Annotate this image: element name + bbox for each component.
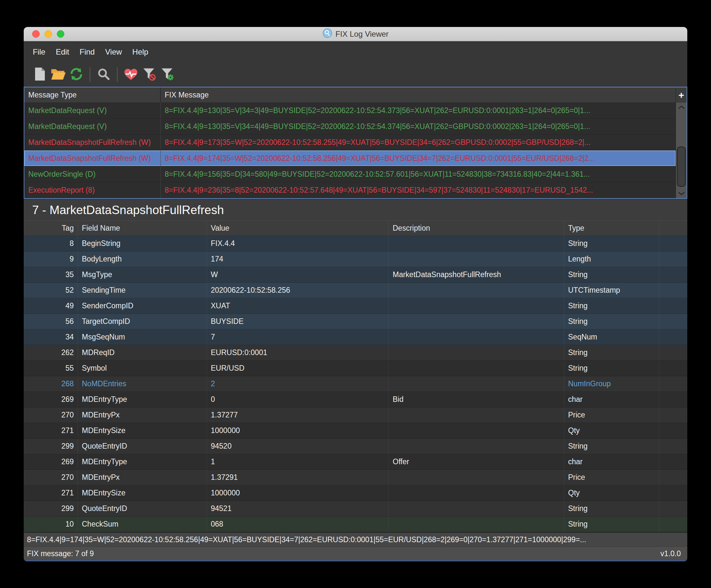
- add-column-button[interactable]: +: [676, 87, 687, 103]
- menu-file[interactable]: File: [28, 47, 51, 57]
- field-row-checksum[interactable]: 10CheckSum068String: [24, 517, 687, 532]
- message-type-cell[interactable]: MarketDataRequest (V): [24, 103, 161, 118]
- type-cell: NumInGroup: [564, 376, 659, 392]
- fix-message-cell[interactable]: 8=FIX.4.4|9=174|35=W|52=20200622-10:52:5…: [161, 150, 675, 166]
- message-table-header: Message Type FIX Message: [24, 87, 675, 103]
- fix-message-cell[interactable]: 8=FIX.4.4|9=130|35=V|34=3|49=BUYSIDE|52=…: [161, 103, 675, 118]
- description-cell: [389, 330, 564, 345]
- field-row-nomdentries[interactable]: 268NoMDEntries2NumInGroup: [24, 376, 687, 392]
- value-cell: FIX.4.4: [207, 236, 389, 251]
- field-row-symbol[interactable]: 55SymbolEUR/USDString: [24, 361, 687, 376]
- column-header-tag[interactable]: Tag: [24, 220, 78, 236]
- heartbeat-icon: [124, 67, 138, 82]
- menu-view[interactable]: View: [100, 47, 127, 57]
- new-file-button[interactable]: [31, 65, 49, 84]
- message-type-cell[interactable]: MarketDataRequest (V): [24, 119, 161, 134]
- scrollbar-thumb[interactable]: [677, 147, 686, 187]
- field-row-mdentrysize[interactable]: 271MDEntrySize1000000Qty: [24, 485, 687, 501]
- value-cell: 1.37291: [207, 470, 389, 485]
- fix-message-cell[interactable]: 8=FIX.4.4|9=130|35=V|34=4|49=BUYSIDE|52=…: [161, 119, 675, 134]
- fix-message-cell[interactable]: 8=FIX.4.4|9=156|35=D|34=580|49=BUYSIDE|5…: [161, 166, 675, 182]
- message-type-cell[interactable]: ExecutionReport (8): [24, 182, 161, 198]
- field-row-msgtype[interactable]: 35MsgTypeWMarketDataSnapshotFullRefreshS…: [24, 267, 687, 282]
- type-cell: String: [564, 361, 659, 376]
- type-cell: SeqNum: [564, 330, 659, 345]
- close-window-button[interactable]: [32, 30, 40, 38]
- search-icon: [97, 67, 110, 82]
- message-row[interactable]: MarketDataRequest (V)8=FIX.4.4|9=130|35=…: [24, 119, 675, 134]
- spacer-cell: [659, 517, 687, 532]
- zoom-window-button[interactable]: [57, 30, 64, 38]
- field-row-targetcompid[interactable]: 56TargetCompIDBUYSIDEString: [24, 314, 687, 330]
- description-cell: MarketDataSnapshotFullRefresh: [389, 267, 564, 282]
- field-name-cell: SenderCompID: [78, 298, 207, 314]
- field-row-mdentrypx[interactable]: 270MDEntryPx1.37277Price: [24, 407, 687, 423]
- spacer-cell: [659, 330, 687, 345]
- field-row-mdentrypx[interactable]: 270MDEntryPx1.37291Price: [24, 470, 687, 485]
- field-row-msgseqnum[interactable]: 34MsgSeqNum7SeqNum: [24, 330, 687, 345]
- status-bar: FIX message: 7 of 9 v1.0.0: [24, 546, 687, 561]
- field-row-sendercompid[interactable]: 49SenderCompIDXUATString: [24, 298, 687, 314]
- value-cell: 94520: [207, 439, 389, 454]
- menu-bar: FileEditFindViewHelp: [24, 41, 687, 63]
- field-row-quoteentryid[interactable]: 299QuoteEntryID94520String: [24, 439, 687, 454]
- message-row[interactable]: MarketDataRequest (V)8=FIX.4.4|9=130|35=…: [24, 103, 675, 119]
- field-row-bodylength[interactable]: 9BodyLength174Length: [24, 251, 687, 267]
- menu-edit[interactable]: Edit: [51, 47, 74, 57]
- value-cell: 1000000: [207, 485, 389, 501]
- message-type-cell[interactable]: NewOrderSingle (D): [24, 166, 161, 182]
- description-cell: [389, 282, 564, 298]
- open-file-button[interactable]: [49, 65, 67, 84]
- message-type-cell[interactable]: MarketDataSnapshotFullRefresh (W): [24, 150, 161, 166]
- value-cell: EUR/USD: [207, 361, 389, 376]
- scroll-up-icon[interactable]: [678, 105, 685, 109]
- tag-cell: 49: [24, 298, 78, 314]
- message-row[interactable]: ExecutionReport (8)8=FIX.4.4|9=236|35=8|…: [24, 182, 675, 198]
- field-row-mdentrytype[interactable]: 269MDEntryType1Offerchar: [24, 454, 687, 470]
- tag-cell: 10: [24, 517, 78, 532]
- spacer-cell: [659, 439, 687, 454]
- search-button[interactable]: [94, 65, 113, 84]
- description-cell: [389, 236, 564, 251]
- toolbar: [24, 63, 687, 87]
- clear-filter-button[interactable]: [140, 65, 158, 84]
- field-row-beginstring[interactable]: 8BeginStringFIX.4.4String: [24, 236, 687, 251]
- column-header-description[interactable]: Description: [389, 220, 564, 236]
- message-row[interactable]: MarketDataSnapshotFullRefresh (W)8=FIX.4…: [24, 134, 675, 150]
- type-cell: Qty: [564, 423, 659, 438]
- message-table-scrollbar[interactable]: [676, 103, 687, 198]
- type-cell: Price: [564, 407, 659, 423]
- heartbeat-filter-button[interactable]: [122, 65, 140, 84]
- field-name-cell: MDEntrySize: [78, 485, 207, 501]
- fix-message-cell[interactable]: 8=FIX.4.4|9=173|35=W|52=20200622-10:52:5…: [161, 134, 675, 150]
- field-row-sendingtime[interactable]: 52SendingTime20200622-10:52:58.256UTCTim…: [24, 282, 687, 298]
- filter-settings-button[interactable]: [158, 65, 176, 84]
- field-name-cell: QuoteEntryID: [78, 439, 207, 454]
- fix-message-cell[interactable]: 8=FIX.4.4|9=236|35=8|52=20200622-10:52:5…: [161, 182, 675, 198]
- message-row[interactable]: NewOrderSingle (D)8=FIX.4.4|9=156|35=D|3…: [24, 166, 675, 182]
- field-name-cell: MsgSeqNum: [78, 330, 207, 345]
- field-row-mdentrytype[interactable]: 269MDEntryType0Bidchar: [24, 392, 687, 407]
- field-row-quoteentryid[interactable]: 299QuoteEntryID94521String: [24, 501, 687, 517]
- scroll-down-icon[interactable]: [678, 192, 685, 195]
- column-header-fix-message[interactable]: FIX Message: [161, 87, 675, 103]
- column-header-value[interactable]: Value: [207, 220, 389, 236]
- type-cell: String: [564, 345, 659, 360]
- field-row-mdentrysize[interactable]: 271MDEntrySize1000000Qty: [24, 423, 687, 439]
- refresh-button[interactable]: [67, 65, 85, 84]
- field-row-mdreqid[interactable]: 262MDReqIDEURUSD:0:0001String: [24, 345, 687, 361]
- description-cell: [389, 501, 564, 516]
- menu-help[interactable]: Help: [127, 47, 153, 57]
- message-row-selected[interactable]: MarketDataSnapshotFullRefresh (W)8=FIX.4…: [24, 150, 675, 166]
- message-type-cell[interactable]: MarketDataSnapshotFullRefresh (W): [24, 134, 161, 150]
- spacer-cell: [659, 376, 687, 392]
- column-header-field-name[interactable]: Field Name: [78, 220, 207, 236]
- column-header-message-type[interactable]: Message Type: [24, 87, 161, 103]
- spacer-cell: [659, 501, 687, 516]
- minimize-window-button[interactable]: [44, 30, 52, 38]
- menu-find[interactable]: Find: [74, 47, 100, 57]
- description-cell: [389, 517, 564, 532]
- column-header-type[interactable]: Type: [564, 220, 659, 236]
- tag-cell: 269: [24, 392, 78, 407]
- message-rows: MarketDataRequest (V)8=FIX.4.4|9=130|35=…: [24, 103, 675, 198]
